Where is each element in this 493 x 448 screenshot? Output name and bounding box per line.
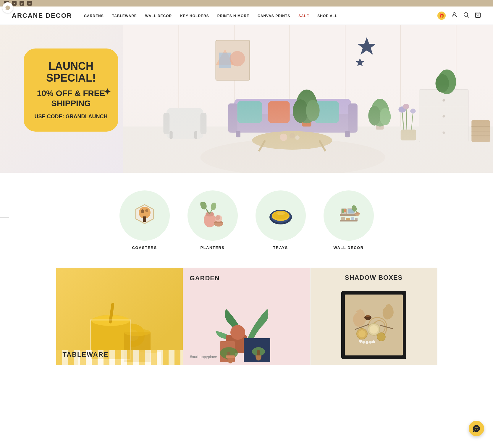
svg-rect-69 [143, 216, 146, 222]
svg-rect-84 [340, 214, 358, 216]
nav-links: GARDENS TABLEWARE WALL DECOR KEY HOLDERS… [84, 13, 437, 18]
svg-rect-25 [314, 101, 339, 123]
svg-point-126 [359, 340, 362, 343]
promo-title: LAUNCH SPECIAL! [34, 60, 108, 84]
gift-icon[interactable]: 🎁 [437, 12, 446, 20]
svg-point-83 [277, 212, 285, 215]
svg-line-61 [411, 113, 413, 130]
svg-rect-86 [342, 209, 344, 213]
nav-item-key-holders[interactable]: KEY HOLDERS [180, 13, 209, 18]
svg-point-53 [435, 74, 449, 93]
promo-code: USE CODE: GRANDLAUNCH [34, 114, 108, 120]
shadowbox-product-card[interactable]: SHADOW BOXES [310, 268, 437, 365]
svg-point-1 [464, 13, 468, 17]
search-icon[interactable] [463, 12, 469, 20]
nav-item-wall-decor[interactable]: WALL DECOR [145, 13, 172, 18]
top-bar: f ● p in [0, 0, 493, 7]
pinterest-icon[interactable]: p [20, 1, 24, 6]
hero-section: LAUNCH SPECIAL! 10% OFF & FREE SHIPPING … [0, 25, 493, 173]
svg-point-38 [296, 90, 317, 124]
planters-circle [187, 190, 238, 241]
svg-line-2 [467, 16, 469, 17]
svg-rect-35 [169, 131, 172, 139]
svg-rect-36 [194, 131, 197, 139]
svg-point-108 [230, 325, 245, 340]
planters-icon [199, 202, 226, 229]
svg-rect-95 [351, 217, 354, 220]
svg-point-44 [380, 108, 391, 125]
chat-bubble-topleft[interactable] [2, 2, 13, 13]
garden-card-title: GARDEN [190, 274, 220, 282]
coasters-circle [119, 190, 170, 241]
svg-point-119 [377, 333, 385, 341]
tableware-card-label: TABLEWARE [63, 351, 109, 358]
svg-point-29 [280, 134, 287, 141]
svg-rect-23 [237, 101, 262, 123]
tableware-product-card[interactable]: TABLEWARE [56, 268, 183, 365]
svg-point-75 [210, 202, 217, 211]
svg-rect-22 [345, 131, 350, 137]
nav-item-prints-n-more[interactable]: PRINTS N MORE [217, 13, 249, 18]
svg-rect-34 [200, 113, 206, 134]
hero-background [123, 25, 493, 173]
wall-decor-icon [335, 202, 362, 229]
svg-point-103 [124, 329, 151, 336]
category-trays[interactable]: TRAYS [256, 190, 306, 250]
nav-item-sale[interactable]: SALE [298, 13, 309, 18]
nav-item-tableware[interactable]: TABLEWARE [112, 13, 137, 18]
trays-icon [267, 202, 294, 229]
svg-point-31 [295, 135, 300, 140]
svg-rect-54 [471, 120, 490, 142]
garden-product-card[interactable]: GARDEN [183, 268, 310, 365]
svg-point-127 [362, 341, 365, 344]
svg-point-71 [145, 209, 148, 212]
svg-point-42 [371, 99, 389, 127]
wall-decor-circle [324, 190, 374, 241]
nav-item-gardens[interactable]: GARDENS [84, 13, 104, 18]
svg-rect-94 [346, 218, 350, 220]
svg-point-49 [442, 115, 445, 117]
star-accent-icon: ✦ [104, 87, 111, 97]
svg-rect-4 [123, 123, 493, 173]
svg-rect-32 [167, 108, 203, 139]
svg-rect-33 [163, 113, 169, 134]
category-wall-decor[interactable]: WALL DECOR [324, 190, 374, 250]
svg-point-0 [453, 13, 455, 15]
nav-item-canvas-prints[interactable]: CANVAS PRINTS [258, 13, 290, 18]
navbar: ARCANE DECOR GARDENS TABLEWARE WALL DECO… [0, 7, 493, 25]
linkedin-icon[interactable]: in [27, 1, 32, 6]
svg-point-130 [372, 340, 375, 343]
coasters-label: COASTERS [132, 245, 157, 250]
svg-line-60 [406, 108, 407, 130]
garden-card-hashtag: #ourhappyplace [190, 355, 217, 359]
svg-rect-17 [234, 99, 351, 123]
svg-point-50 [442, 131, 445, 134]
nav-icons: 🎁 [437, 12, 481, 20]
cart-icon[interactable] [475, 12, 481, 20]
category-coasters[interactable]: COASTERS [119, 190, 170, 250]
shadowbox-card-title: SHADOW BOXES [345, 274, 403, 282]
svg-rect-19 [228, 103, 237, 133]
promo-box: LAUNCH SPECIAL! 10% OFF & FREE SHIPPING … [24, 48, 118, 132]
product-grid: TABLEWARE GARDEN [0, 262, 493, 371]
svg-point-129 [369, 341, 372, 344]
svg-rect-92 [340, 220, 358, 221]
svg-rect-96 [355, 218, 358, 220]
svg-rect-20 [348, 103, 357, 133]
category-planters[interactable]: PLANTERS [187, 190, 238, 250]
svg-rect-111 [226, 355, 235, 358]
svg-rect-41 [376, 114, 384, 130]
logo[interactable]: ARCANE DECOR [12, 12, 72, 20]
svg-point-5 [200, 139, 385, 173]
svg-rect-18 [229, 114, 356, 133]
instagram-icon[interactable]: ● [12, 1, 17, 6]
coasters-icon [131, 202, 158, 229]
svg-point-125 [370, 325, 378, 334]
svg-rect-58 [400, 130, 416, 140]
svg-point-40 [306, 100, 320, 121]
svg-point-16 [229, 51, 245, 67]
svg-line-27 [259, 140, 265, 151]
svg-point-118 [358, 330, 366, 337]
nav-item-shop-all[interactable]: SHOP ALL [317, 13, 337, 18]
account-icon[interactable] [451, 12, 458, 20]
